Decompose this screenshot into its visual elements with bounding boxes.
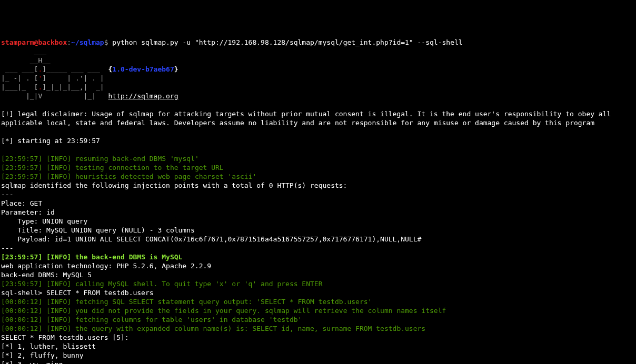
log-line: [00:00:12] [INFO] fetching columns for t… — [1, 316, 302, 323]
starting-line: [*] starting at 23:59:57 — [1, 137, 100, 145]
separator: --- — [1, 244, 13, 252]
ascii-art-line: |_ -| . ['] | .'| . | — [1, 74, 104, 82]
result-header: SELECT * FROM testdb.users [5]: — [1, 333, 129, 341]
terminal-output[interactable]: stamparm@backbox:~/sqlmap$ python sqlmap… — [1, 38, 635, 364]
command-text: python sqlmap.py -u "http://192.168.98.1… — [108, 38, 463, 46]
injection-param: Parameter: id — [1, 208, 55, 216]
ascii-art-line: |_|V |_| http://sqlmap.org — [1, 92, 178, 100]
dbms-line: [23:59:57] [INFO] the back-end DBMS is M… — [1, 253, 182, 261]
legal-disclaimer: [!] legal disclaimer: Usage of sqlmap fo… — [1, 109, 635, 127]
ascii-art-line: ___ — [1, 47, 46, 55]
ascii-art-line: __H__ — [1, 56, 51, 64]
injection-type: Type: UNION query — [1, 217, 87, 225]
ascii-art-line: ___ ___[.]_____ ___ ___ {1.0-dev-b7aeb67… — [1, 65, 178, 73]
log-line: [00:00:12] [INFO] you did not provide th… — [1, 307, 446, 315]
sql-input: SELECT * FROM testdb.users — [46, 289, 154, 297]
injection-place: Place: GET — [1, 199, 42, 207]
log-line: [00:00:12] [INFO] the query with expande… — [1, 325, 425, 332]
sqlmap-url[interactable]: http://sqlmap.org — [108, 92, 178, 100]
result-row: [*] 2, fluffy, bunny — [1, 351, 84, 359]
log-line: [00:00:12] [INFO] fetching SQL SELECT st… — [1, 298, 372, 306]
log-line: [23:59:57] [INFO] resuming back-end DBMS… — [1, 155, 203, 163]
backend-dbms-line: back-end DBMS: MySQL 5 — [1, 271, 92, 279]
injection-title: Title: MySQL UNION query (NULL) - 3 colu… — [1, 226, 195, 234]
log-line: [23:59:57] [INFO] calling MySQL shell. T… — [1, 280, 323, 288]
log-line: [23:59:57] [INFO] heuristics detected we… — [1, 173, 256, 180]
result-row: [*] 1, luther, blissett — [1, 342, 96, 350]
version-text: 1.0-dev-b7aeb67 — [112, 65, 174, 73]
prompt-path: ~/sqlmap — [71, 38, 104, 46]
result-row: [*] 3, wu, ming — [1, 360, 63, 364]
log-line: [23:59:57] [INFO] testing connection to … — [1, 164, 224, 171]
injection-payload: Payload: id=1 UNION ALL SELECT CONCAT(0x… — [1, 235, 421, 243]
prompt-sep: : — [67, 38, 71, 46]
separator: --- — [1, 190, 13, 198]
prompt-symbol: $ — [104, 38, 108, 46]
injection-header: sqlmap identified the following injectio… — [1, 181, 347, 189]
prompt-user: stamparm@backbox — [1, 38, 67, 46]
prompt-line: stamparm@backbox:~/sqlmap$ python sqlmap… — [1, 38, 463, 46]
web-tech-line: web application technology: PHP 5.2.6, A… — [1, 262, 211, 270]
ascii-art-line: |___|_ [.]_|_|_|__,| _| — [1, 83, 104, 91]
sql-shell-line: sql-shell> SELECT * FROM testdb.users — [1, 289, 154, 297]
